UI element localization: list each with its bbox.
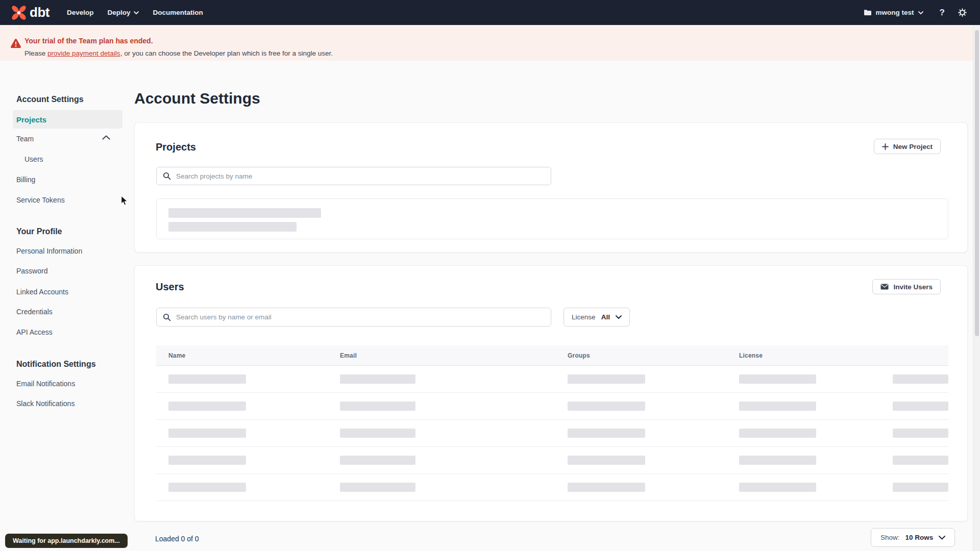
sidebar-item-api-access[interactable]: API Access bbox=[16, 324, 53, 340]
skeleton-bar bbox=[340, 429, 415, 438]
skeleton-bar bbox=[168, 483, 246, 492]
account-switcher[interactable]: mwong test bbox=[864, 9, 923, 16]
invite-users-button[interactable]: Invite Users bbox=[872, 279, 941, 294]
dbt-logo-text: dbt bbox=[30, 5, 50, 20]
page-title: Account Settings bbox=[134, 90, 260, 107]
skeleton-bar bbox=[893, 402, 948, 411]
skeleton-bar bbox=[168, 402, 246, 411]
skeleton-bar bbox=[568, 402, 645, 411]
chevron-down-icon bbox=[134, 11, 139, 14]
dbt-logo[interactable]: dbt bbox=[11, 5, 50, 20]
sidebar-item-billing[interactable]: Billing bbox=[16, 172, 35, 187]
new-project-button[interactable]: New Project bbox=[874, 139, 941, 154]
chevron-down-icon bbox=[939, 536, 945, 540]
rows-per-page-dropdown[interactable]: Show: 10 Rows bbox=[871, 528, 955, 547]
skeleton-bar bbox=[168, 208, 321, 218]
nav-item-develop[interactable]: Develop bbox=[67, 9, 94, 16]
sidebar-item-password[interactable]: Password bbox=[16, 263, 47, 279]
skeleton-bar bbox=[168, 222, 297, 232]
projects-card-title: Projects bbox=[156, 141, 196, 153]
sidebar-item-linked-accounts[interactable]: Linked Accounts bbox=[16, 284, 68, 299]
skeleton-bar bbox=[739, 483, 816, 492]
table-row-skeleton bbox=[156, 366, 948, 393]
skeleton-bar bbox=[340, 456, 415, 465]
projects-search-input[interactable] bbox=[156, 167, 551, 185]
users-card-title: Users bbox=[156, 281, 184, 293]
sidebar-item-personal-information[interactable]: Personal Information bbox=[16, 243, 82, 259]
search-icon bbox=[163, 313, 171, 321]
chevron-up-icon[interactable] bbox=[102, 135, 110, 140]
folder-icon bbox=[864, 9, 872, 16]
sidebar-header-account-settings: Account Settings bbox=[16, 92, 84, 107]
envelope-icon bbox=[880, 284, 889, 290]
gear-icon[interactable] bbox=[958, 8, 967, 17]
projects-loading-skeleton bbox=[156, 198, 948, 239]
sidebar-item-slack-notifications[interactable]: Slack Notifications bbox=[16, 396, 75, 411]
dbt-logo-icon bbox=[11, 5, 27, 20]
skeleton-bar bbox=[340, 483, 415, 492]
scrollbar-thumb[interactable] bbox=[975, 30, 979, 336]
primary-nav: Develop Deploy Documentation bbox=[67, 9, 203, 16]
chevron-down-icon bbox=[918, 11, 923, 14]
sidebar-item-service-tokens[interactable]: Service Tokens bbox=[16, 192, 65, 208]
skeleton-bar bbox=[168, 429, 246, 438]
vertical-scrollbar bbox=[973, 25, 980, 551]
table-row-skeleton bbox=[156, 393, 948, 420]
users-table: Name Email Groups License bbox=[156, 345, 948, 501]
projects-search bbox=[156, 167, 551, 185]
browser-status-tooltip: Waiting for app.launchdarkly.com... bbox=[5, 534, 128, 548]
skeleton-bar bbox=[168, 456, 246, 465]
skeleton-bar bbox=[893, 374, 948, 384]
sidebar-item-team[interactable]: Team bbox=[16, 131, 34, 146]
skeleton-bar bbox=[739, 429, 816, 438]
loaded-count-text: Loaded 0 of 0 bbox=[155, 535, 199, 543]
sidebar-header-your-profile: Your Profile bbox=[16, 224, 62, 239]
skeleton-bar bbox=[568, 429, 645, 438]
settings-sidebar: Account Settings Projects Team Users Bil… bbox=[0, 0, 134, 551]
skeleton-bar bbox=[568, 456, 645, 465]
nav-right-cluster: mwong test ? bbox=[864, 8, 967, 18]
search-icon bbox=[163, 172, 171, 180]
table-row-skeleton bbox=[156, 420, 948, 447]
skeleton-bar bbox=[340, 402, 415, 411]
sidebar-item-projects[interactable]: Projects bbox=[13, 110, 122, 129]
table-row-skeleton bbox=[156, 447, 948, 474]
nav-item-deploy[interactable]: Deploy bbox=[107, 9, 139, 16]
table-row-skeleton bbox=[156, 474, 948, 501]
users-search bbox=[156, 308, 551, 327]
users-search-input[interactable] bbox=[156, 308, 551, 327]
column-header-name: Name bbox=[168, 345, 185, 366]
help-icon[interactable]: ? bbox=[940, 8, 945, 18]
skeleton-bar bbox=[739, 374, 816, 384]
dbt-cloud-account-settings-screen: dbt Develop Deploy Documentation mwong t… bbox=[0, 0, 980, 551]
skeleton-bar bbox=[739, 402, 816, 411]
column-header-license: License bbox=[739, 345, 763, 366]
skeleton-bar bbox=[893, 429, 948, 438]
users-card: Users Invite Users License All Name Emai… bbox=[134, 265, 968, 521]
plus-icon bbox=[882, 143, 889, 150]
top-nav-bar: dbt Develop Deploy Documentation mwong t… bbox=[0, 0, 980, 25]
users-table-header: Name Email Groups License bbox=[156, 345, 948, 366]
column-header-email: Email bbox=[340, 345, 357, 366]
sidebar-item-credentials[interactable]: Credentials bbox=[16, 304, 53, 319]
skeleton-bar bbox=[893, 483, 948, 492]
projects-card: Projects New Project bbox=[134, 122, 968, 253]
account-name: mwong test bbox=[876, 9, 914, 16]
license-filter-dropdown[interactable]: License All bbox=[564, 308, 630, 327]
skeleton-bar bbox=[568, 483, 645, 492]
sidebar-item-email-notifications[interactable]: Email Notifications bbox=[16, 376, 75, 391]
skeleton-bar bbox=[893, 456, 948, 465]
skeleton-bar bbox=[340, 374, 415, 384]
skeleton-bar bbox=[168, 374, 246, 384]
nav-item-documentation[interactable]: Documentation bbox=[153, 9, 203, 16]
sidebar-header-notification-settings: Notification Settings bbox=[16, 357, 96, 372]
column-header-groups: Groups bbox=[568, 345, 590, 366]
skeleton-bar bbox=[739, 456, 816, 465]
skeleton-bar bbox=[568, 374, 645, 384]
chevron-down-icon bbox=[616, 315, 622, 319]
trial-ended-banner: Your trial of the Team plan has ended. P… bbox=[0, 25, 980, 61]
sidebar-item-users[interactable]: Users bbox=[24, 152, 43, 167]
